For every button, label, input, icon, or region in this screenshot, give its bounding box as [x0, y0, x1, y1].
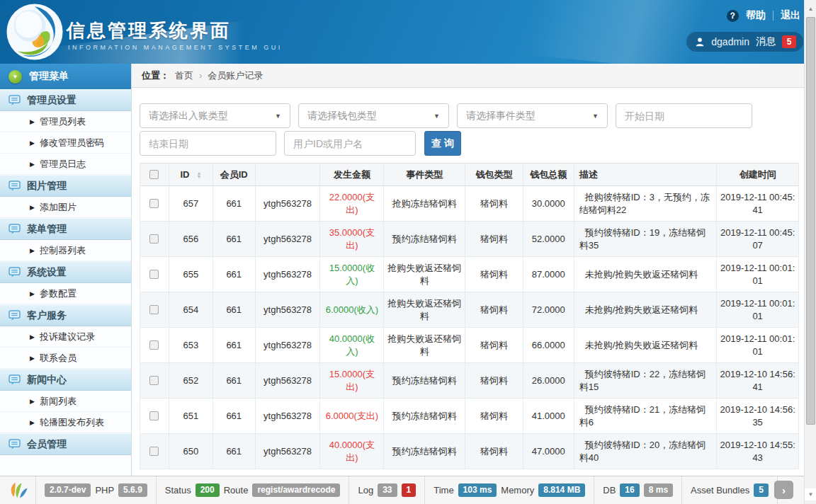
debug-db-block[interactable]: DB 16 8 ms	[594, 476, 682, 504]
sidebar-section-1[interactable]: 图片管理	[0, 175, 131, 197]
row-checkbox[interactable]	[149, 305, 159, 314]
cell-username: ytgh563278	[255, 328, 320, 362]
logout-link[interactable]: 退出	[781, 9, 800, 22]
chat-icon	[8, 224, 21, 234]
sidebar-menu-header[interactable]: ▼ 管理菜单	[0, 64, 131, 89]
sidebar-section-label: 会员管理	[27, 438, 67, 451]
debug-log-block[interactable]: Log 33 1	[349, 476, 425, 504]
arrow-right-icon: ▶	[30, 161, 35, 168]
row-checkbox[interactable]	[149, 411, 159, 420]
debug-request-block[interactable]: Status 200 Route regist/awardrecode	[157, 476, 350, 504]
end-date-input[interactable]	[140, 131, 276, 156]
debug-profiling-block[interactable]: Time 103 ms Memory 8.814 MB	[425, 476, 594, 504]
scrollbar-thumb[interactable]	[806, 17, 815, 425]
sidebar-item[interactable]: ▶添加图片	[0, 197, 131, 218]
account-type-select[interactable]: 请选择出入账类型 ▼	[140, 103, 290, 128]
cell-event-type: 抢购失败返还猪饲料	[383, 257, 465, 292]
assets-label: Asset Bundles	[691, 485, 749, 496]
event-type-select[interactable]: 请选择事件类型 ▼	[457, 103, 608, 128]
row-checkbox[interactable]	[149, 447, 159, 456]
divider	[773, 11, 774, 21]
sidebar-item[interactable]: ▶投诉建议记录	[0, 326, 131, 348]
cell-id: 657	[169, 186, 212, 221]
select-all-checkbox[interactable]	[149, 170, 159, 179]
sidebar-item[interactable]: ▶参数配置	[0, 283, 131, 304]
debugbar-collapse-button[interactable]: ›	[774, 481, 793, 499]
sidebar-section-0[interactable]: 管理员设置	[0, 89, 131, 111]
records-table: ID ▲▼ 会员ID 发生金额 事件类型 钱包类型 钱包总额 描述 创建时间 6…	[140, 163, 799, 469]
sidebar-item[interactable]: ▶管理员日志	[0, 154, 131, 175]
column-header-id[interactable]: ID ▲▼	[169, 164, 212, 185]
cell-wallet-total: 41.0000	[523, 399, 574, 433]
sidebar-section-label: 图片管理	[27, 180, 67, 193]
search-button[interactable]: 查 询	[424, 131, 461, 156]
sidebar-section-4[interactable]: 客户服务	[0, 304, 131, 326]
breadcrumb-home-link[interactable]: 首页	[175, 69, 193, 82]
column-header-desc: 描述	[574, 164, 717, 185]
row-checkbox[interactable]	[149, 340, 159, 350]
status-badge: 200	[196, 483, 220, 496]
sidebar-item[interactable]: ▶修改管理员密码	[0, 132, 131, 154]
debug-version-block[interactable]: 2.0.7-dev PHP 5.6.9	[36, 476, 157, 504]
menu-toggle-icon[interactable]: ▼	[8, 70, 22, 84]
sidebar-item-label: 投诉建议记录	[40, 331, 95, 343]
sidebar-item[interactable]: ▶联系会员	[0, 348, 131, 369]
messages-link[interactable]: 消息	[756, 35, 776, 48]
scroll-down-icon[interactable]: ▼	[805, 488, 816, 500]
cell-event-type: 预约冻结猪饲料	[383, 434, 465, 469]
sidebar-item-label: 轮播图发布列表	[40, 416, 104, 429]
sidebar-item-label: 新闻列表	[40, 395, 76, 408]
help-icon[interactable]: ？	[727, 10, 739, 22]
sidebar-section-label: 管理员设置	[27, 94, 76, 107]
cell-id: 650	[169, 434, 212, 469]
user-pill[interactable]: dgadmin 消息 5	[686, 32, 803, 52]
cell-wallet-total: 72.0000	[523, 292, 574, 327]
cell-wallet-total: 66.0000	[523, 328, 574, 362]
sidebar-section-label: 客户服务	[27, 309, 67, 322]
debug-assets-block[interactable]: Asset Bundles 5	[682, 476, 778, 504]
route-label: Route	[224, 485, 249, 496]
cell-member-id: 661	[212, 222, 255, 256]
cell-wallet-type: 猪饲料	[465, 328, 523, 362]
sort-icon[interactable]: ▲▼	[196, 171, 201, 178]
table-row: 653661ytgh56327840.0000(收入)抢购失败返还猪饲料猪饲料6…	[140, 328, 798, 363]
sidebar-section-2[interactable]: 菜单管理	[0, 218, 131, 240]
row-checkbox-cell	[140, 222, 169, 256]
sidebar-section-6[interactable]: 会员管理	[0, 433, 131, 455]
sidebar-item[interactable]: ▶轮播图发布列表	[0, 412, 131, 433]
sidebar-item[interactable]: ▶管理员列表	[0, 111, 131, 132]
breadcrumb-current: 会员账户记录	[208, 69, 263, 82]
row-checkbox-cell	[140, 434, 169, 469]
user-search-input[interactable]	[284, 131, 416, 156]
cell-wallet-type: 猪饲料	[465, 363, 523, 398]
app-logo-icon	[4, 1, 65, 62]
time-badge: 103 ms	[458, 483, 497, 496]
row-checkbox[interactable]	[149, 376, 159, 385]
scroll-up-icon[interactable]: ▲	[805, 3, 816, 15]
row-checkbox[interactable]	[149, 199, 159, 208]
cell-member-id: 661	[212, 186, 255, 221]
table-header-row: ID ▲▼ 会员ID 发生金额 事件类型 钱包类型 钱包总额 描述 创建时间	[140, 164, 798, 186]
table-row: 657661ytgh56327822.0000(支出)抢购冻结猪饲料猪饲料30.…	[140, 186, 798, 222]
messages-count-badge[interactable]: 5	[782, 35, 796, 48]
row-checkbox[interactable]	[149, 234, 159, 244]
cell-amount: 35.0000(支出)	[319, 222, 383, 256]
sidebar-section-5[interactable]: 新闻中心	[0, 369, 131, 391]
table-row: 650661ytgh56327840.0000(支出)预约冻结猪饲料猪饲料47.…	[140, 434, 798, 469]
start-date-input[interactable]	[616, 103, 752, 128]
cell-wallet-total: 47.0000	[523, 434, 574, 469]
cell-id: 653	[169, 328, 212, 362]
row-checkbox[interactable]	[149, 270, 159, 279]
row-checkbox-cell	[140, 186, 169, 221]
wallet-type-select[interactable]: 请选择钱包类型 ▼	[298, 103, 449, 128]
yii-logo-icon[interactable]	[0, 476, 36, 504]
help-link[interactable]: 帮助	[746, 9, 766, 22]
vertical-scrollbar[interactable]: ▲ ▼	[804, 0, 816, 504]
table-row: 654661ytgh5632786.0000(收入)抢购失败返还猪饲料猪饲料72…	[140, 292, 798, 328]
sidebar-item-label: 管理员日志	[40, 158, 86, 171]
sidebar-item[interactable]: ▶新闻列表	[0, 391, 131, 412]
sidebar-section-3[interactable]: 系统设置	[0, 261, 131, 283]
table-row: 651661ytgh5632786.0000(支出)预约冻结猪饲料猪饲料41.0…	[140, 399, 798, 434]
chevron-down-icon: ▼	[592, 113, 599, 120]
sidebar-item[interactable]: ▶控制器列表	[0, 240, 131, 261]
